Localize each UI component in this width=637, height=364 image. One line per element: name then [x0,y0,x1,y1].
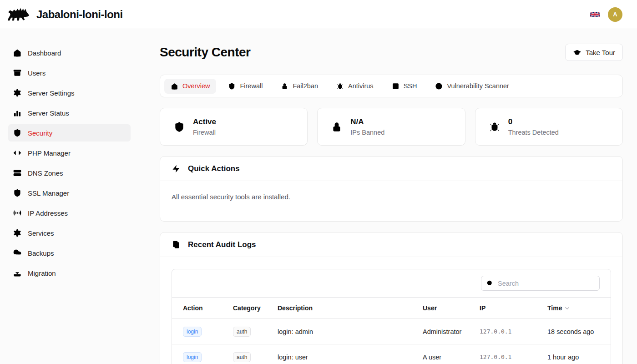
col-ip[interactable]: IP [480,304,547,312]
scan-search-icon [435,82,443,90]
cloud-upload-icon [13,248,22,258]
tab-fail2ban[interactable]: Fail2ban [274,79,324,94]
quick-actions-message: All essential security tools are install… [172,193,611,210]
sidebar-item-ip-addresses[interactable]: IP Addresses [8,204,131,222]
quick-actions-card: Quick Actions All essential security too… [160,156,623,222]
sidebar-item-dns-zones[interactable]: DNS Zones [8,164,131,182]
col-time[interactable]: Time [547,304,600,312]
tab-label: Fail2ban [293,82,318,90]
status-card-ips-banned: N/A IPs Banned [317,108,465,146]
search-box [481,276,600,291]
brand[interactable]: Jabaloni-loni-loni [7,6,123,23]
app-header: Jabaloni-loni-loni A [0,0,637,29]
radio-icon [13,208,22,217]
tab-label: Vulnerability Scanner [447,82,509,90]
status-card-threats: 0 Threats Detected [475,108,623,146]
shield-check-icon [13,128,22,137]
gear-icon [13,228,22,238]
bar-chart-icon [13,108,22,117]
audit-logs-card: Recent Audit Logs Action Category Descri… [160,232,623,364]
col-user[interactable]: User [423,304,480,312]
action-badge: login [183,352,202,362]
col-description[interactable]: Description [278,304,423,312]
code-icon [13,148,22,157]
sidebar-item-migration[interactable]: Migration [8,264,131,282]
terminal-icon [392,82,399,90]
shield-check-icon [228,82,236,90]
tab-ssh[interactable]: SSH [385,79,424,94]
sidebar-item-label: Dashboard [28,49,61,57]
table-header-row: Action Category Description User IP Time [172,297,611,319]
tab-label: Firewall [240,82,263,90]
sidebar-item-label: SSL Manager [28,189,69,197]
home-icon [171,82,178,90]
sidebar-item-label: Server Status [28,109,69,117]
cell-user: Administrator [423,328,480,335]
audit-logs-title: Recent Audit Logs [188,240,256,249]
status-value: N/A [350,117,384,127]
bug-icon [336,82,344,90]
brand-title: Jabaloni-loni-loni [36,8,123,21]
table-row[interactable]: login auth login: admin Administrator 12… [172,319,611,344]
sidebar-item-backups[interactable]: Backups [8,244,131,262]
sidebar-item-label: Security [28,129,52,137]
cell-user: A user [423,354,480,361]
cell-time: 18 seconds ago [547,328,600,335]
category-badge: auth [233,352,251,362]
sidebar-item-users[interactable]: Users [8,64,131,81]
tab-overview[interactable]: Overview [164,79,216,94]
uk-flag-icon[interactable] [590,11,600,18]
cell-time: 1 hour ago [547,354,600,361]
sidebar-item-label: DNS Zones [28,169,63,177]
cell-ip: 127.0.0.1 [480,354,547,360]
page-title: Security Center [160,44,250,61]
home-icon [13,48,22,57]
shield-check-icon [173,121,185,133]
sidebar-item-services[interactable]: Services [8,224,131,242]
audit-logs-table: Action Category Description User IP Time… [172,269,611,364]
quick-actions-title: Quick Actions [188,164,240,173]
sidebar-item-php-manager[interactable]: PHP Manager [8,144,131,162]
sidebar-item-dashboard[interactable]: Dashboard [8,44,131,61]
zap-icon [172,164,181,173]
archive-icon [13,68,22,77]
lock-icon [331,121,343,133]
table-row[interactable]: login auth login: user A user 127.0.0.1 … [172,344,611,364]
boar-logo-icon [7,6,30,23]
documents-icon [172,240,181,249]
download-icon [13,268,22,278]
tab-antivirus[interactable]: Antivirus [330,79,380,94]
cell-ip: 127.0.0.1 [480,328,547,335]
sidebar-item-label: Backups [28,249,54,257]
avatar[interactable]: A [608,7,622,22]
sidebar-item-label: Migration [28,269,56,277]
action-badge: login [183,327,202,337]
security-tabbar: Overview Firewall Fail2ban Antivirus SSH… [160,75,623,97]
tab-vulnerability-scanner[interactable]: Vulnerability Scanner [429,79,515,94]
col-category[interactable]: Category [233,304,278,312]
col-action[interactable]: Action [183,304,233,312]
sidebar-item-server-status[interactable]: Server Status [8,104,131,121]
main-content: Security Center Take Tour Overview Firew… [138,29,637,364]
status-label: Threats Detected [508,128,559,137]
search-input[interactable] [481,276,600,291]
tab-label: Antivirus [348,82,374,90]
tab-label: SSH [404,82,417,90]
sidebar-item-label: IP Addresses [28,209,68,217]
sidebar: Dashboard Users Server Settings Server S… [0,29,138,364]
sidebar-item-ssl-manager[interactable]: SSL Manager [8,184,131,202]
lock-icon [281,82,288,90]
sidebar-item-server-settings[interactable]: Server Settings [8,84,131,101]
sidebar-item-label: Users [28,69,46,77]
chevron-down-icon [564,305,571,312]
bug-icon [489,121,500,133]
status-card-firewall: Active Firewall [160,108,308,146]
tab-firewall[interactable]: Firewall [222,79,269,94]
status-value: 0 [508,117,559,127]
sidebar-item-security[interactable]: Security [8,124,131,142]
status-label: IPs Banned [350,128,384,137]
shield-check-icon [13,188,22,197]
sidebar-item-label: Server Settings [28,89,75,97]
status-label: Firewall [193,128,216,137]
take-tour-button[interactable]: Take Tour [565,44,623,61]
